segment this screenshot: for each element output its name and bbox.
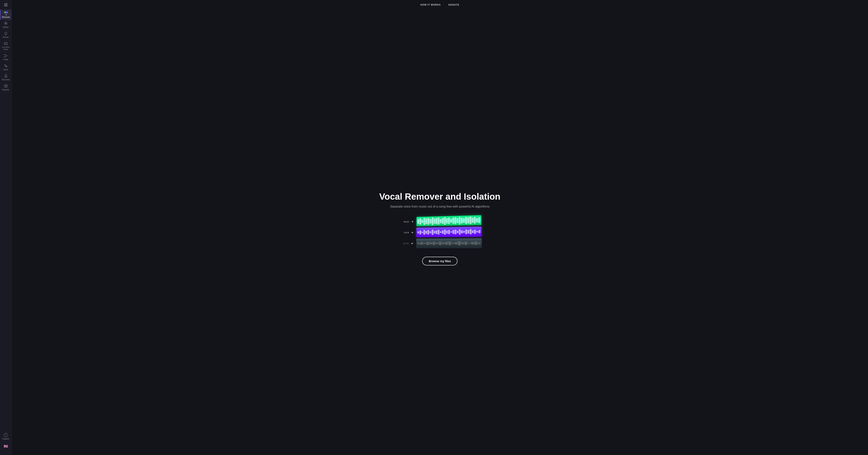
music-label: Music bbox=[401, 220, 409, 223]
vocal-speaker-icon bbox=[411, 231, 414, 234]
sidebar-item-joiner[interactable]: Joiner bbox=[0, 62, 11, 72]
music-track: Music bbox=[401, 215, 482, 227]
svg-point-7 bbox=[5, 86, 6, 87]
other-wave-bars bbox=[416, 238, 482, 248]
vocal-label: Vocal bbox=[401, 231, 409, 234]
pitcher-icon bbox=[4, 31, 8, 36]
browse-files-button[interactable]: Browse my files bbox=[422, 257, 458, 265]
other-track: ADCRI bbox=[401, 238, 482, 248]
vocal-track: Vocal bbox=[401, 227, 482, 237]
sidebar: ✦ Remover Splitter Pitcher bbox=[0, 0, 11, 455]
hero-section: Vocal Remover and Isolation Separate voi… bbox=[11, 10, 868, 455]
music-speaker-icon bbox=[411, 220, 414, 224]
vocal-waveform bbox=[416, 227, 482, 237]
nav-donate[interactable]: DONATE bbox=[448, 3, 459, 6]
other-speaker-icon bbox=[410, 241, 414, 246]
remover-icon: ✦ bbox=[4, 11, 8, 15]
sidebar-item-recorder[interactable]: Recorder bbox=[0, 72, 11, 82]
svg-point-6 bbox=[4, 84, 7, 88]
hero-title: Vocal Remover and Isolation bbox=[379, 192, 500, 202]
sidebar-item-cutter[interactable]: Cutter bbox=[0, 52, 11, 62]
splitter-icon bbox=[4, 21, 8, 26]
svg-rect-0 bbox=[4, 42, 7, 45]
svg-point-3 bbox=[4, 64, 5, 66]
cutter-icon bbox=[4, 54, 8, 58]
hero-subtitle: Separate voice from music out of a song … bbox=[390, 205, 489, 208]
waveform-display: Music bbox=[399, 216, 480, 250]
joiner-icon bbox=[4, 64, 8, 68]
other-waveform bbox=[416, 238, 482, 248]
key-bpm-icon bbox=[4, 41, 8, 46]
main-content: HOW IT WORKS DONATE Vocal Remover and Is… bbox=[11, 0, 868, 455]
sidebar-nav: ✦ Remover Splitter Pitcher bbox=[0, 10, 11, 431]
sidebar-item-support[interactable]: ? Support bbox=[0, 431, 11, 442]
top-nav: HOW IT WORKS DONATE bbox=[11, 0, 868, 10]
other-label: ADCRI bbox=[401, 242, 409, 245]
svg-point-2 bbox=[4, 56, 5, 57]
vocal-wave-bars bbox=[416, 227, 482, 237]
sidebar-item-karaoke[interactable]: Karaoke bbox=[0, 82, 11, 92]
sidebar-item-splitter[interactable]: Splitter bbox=[0, 20, 11, 30]
karaoke-icon bbox=[4, 84, 8, 88]
support-icon: ? bbox=[4, 433, 8, 437]
sidebar-item-pitcher[interactable]: Pitcher bbox=[0, 30, 11, 40]
svg-point-1 bbox=[4, 54, 5, 55]
music-wave-bars bbox=[416, 215, 482, 226]
music-waveform bbox=[416, 215, 482, 226]
language-flag: 🇬🇧 bbox=[2, 443, 9, 450]
menu-button[interactable] bbox=[2, 2, 10, 8]
sidebar-item-key-bpm-finder[interactable]: Key BPM Finder bbox=[0, 40, 11, 52]
language-selector[interactable]: 🇬🇧 bbox=[0, 442, 11, 451]
waveform-container: Music bbox=[401, 215, 482, 249]
sidebar-bottom: ? Support 🇬🇧 bbox=[0, 431, 11, 453]
nav-how-it-works[interactable]: HOW IT WORKS bbox=[421, 3, 441, 6]
recorder-icon bbox=[4, 74, 8, 78]
sidebar-item-remover[interactable]: ✦ Remover bbox=[0, 10, 11, 20]
